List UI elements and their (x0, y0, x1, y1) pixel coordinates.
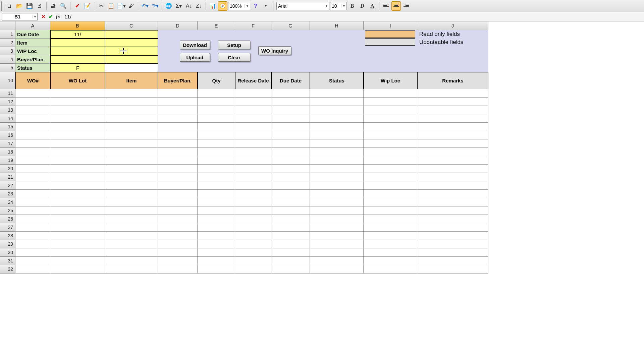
cell-J19[interactable] (417, 156, 488, 165)
cell-C31[interactable] (105, 257, 158, 265)
row-header[interactable]: 11 (0, 89, 15, 98)
cell-J3[interactable] (417, 47, 488, 55)
underline-icon[interactable]: A (368, 1, 377, 11)
cell-I28[interactable] (364, 232, 417, 240)
cell-A16[interactable] (15, 131, 50, 139)
cell-A25[interactable] (15, 206, 50, 215)
cell-I23[interactable] (364, 190, 417, 198)
redo-icon[interactable]: ↷▾ (150, 1, 160, 11)
cell-E11[interactable] (198, 89, 235, 98)
cell-G28[interactable] (271, 232, 310, 240)
row-header[interactable]: 30 (0, 248, 15, 257)
cell-G2[interactable] (271, 39, 310, 47)
hyperlink-icon[interactable]: 🌐 (164, 1, 173, 11)
font-name-dropdown-icon[interactable]: ▼ (324, 4, 329, 8)
cell-F12[interactable] (235, 98, 271, 106)
cell-I3[interactable] (364, 47, 417, 55)
cell-D22[interactable] (158, 181, 198, 190)
cell-H20[interactable] (310, 165, 364, 173)
open-icon[interactable]: 📂 (15, 1, 24, 11)
row-header[interactable]: 13 (0, 106, 15, 114)
font-size-input[interactable] (330, 3, 341, 9)
cell-E28[interactable] (198, 232, 235, 240)
name-box-dropdown-icon[interactable]: ▼ (33, 15, 37, 18)
cell-G1[interactable] (271, 30, 310, 39)
cell-J30[interactable] (417, 248, 488, 257)
row-header[interactable]: 2 (0, 39, 15, 47)
cell-E13[interactable] (198, 106, 235, 114)
cell-F28[interactable] (235, 232, 271, 240)
cell-H12[interactable] (310, 98, 364, 106)
cell-I19[interactable] (364, 156, 417, 165)
cell-C28[interactable] (105, 232, 158, 240)
cell-D28[interactable] (158, 232, 198, 240)
cell-B11[interactable] (50, 89, 105, 98)
cell-D23[interactable] (158, 190, 198, 198)
zoom-combo[interactable]: ▼ (228, 2, 250, 10)
cell-H10[interactable]: Status (310, 72, 364, 89)
cell-A32[interactable] (15, 265, 50, 274)
cell-A21[interactable] (15, 173, 50, 181)
cell-D19[interactable] (158, 156, 198, 165)
cell-G14[interactable] (271, 114, 310, 123)
cell-I24[interactable] (364, 198, 417, 206)
cell-B21[interactable] (50, 173, 105, 181)
cell-D26[interactable] (158, 215, 198, 223)
cell-F31[interactable] (235, 257, 271, 265)
cell-D5[interactable] (158, 64, 198, 72)
align-right-icon[interactable] (401, 1, 411, 11)
cell-B19[interactable] (50, 156, 105, 165)
cell-H28[interactable] (310, 232, 364, 240)
cell-E14[interactable] (198, 114, 235, 123)
row-header[interactable]: 16 (0, 131, 15, 139)
cell-A18[interactable] (15, 148, 50, 156)
row-header[interactable]: 29 (0, 240, 15, 248)
cell-J17[interactable] (417, 139, 488, 148)
row-header[interactable]: 1 (0, 30, 15, 39)
row-header[interactable]: 18 (0, 148, 15, 156)
cell-A15[interactable] (15, 123, 50, 131)
cell-C25[interactable] (105, 206, 158, 215)
cell-J22[interactable] (417, 181, 488, 190)
cell-A23[interactable] (15, 190, 50, 198)
cell-C18[interactable] (105, 148, 158, 156)
cell-D11[interactable] (158, 89, 198, 98)
cell-G13[interactable] (271, 106, 310, 114)
print-icon[interactable]: 🖶 (49, 1, 58, 11)
cell-F25[interactable] (235, 206, 271, 215)
cell-G21[interactable] (271, 173, 310, 181)
cell-I16[interactable] (364, 131, 417, 139)
cell-A31[interactable] (15, 257, 50, 265)
cell-B23[interactable] (50, 190, 105, 198)
row-header[interactable]: 15 (0, 123, 15, 131)
cell-G16[interactable] (271, 131, 310, 139)
setup-button[interactable]: Setup (218, 41, 250, 49)
cell-J28[interactable] (417, 232, 488, 240)
cell-A4[interactable]: Buyer/Plan. (15, 55, 50, 64)
cell-H11[interactable] (310, 89, 364, 98)
cell-G15[interactable] (271, 123, 310, 131)
cell-J11[interactable] (417, 89, 488, 98)
col-header-H[interactable]: H (310, 21, 364, 30)
cell-J24[interactable] (417, 198, 488, 206)
cell-C5[interactable] (105, 64, 158, 72)
align-left-icon[interactable] (381, 1, 391, 11)
cell-F18[interactable] (235, 148, 271, 156)
cell-J12[interactable] (417, 98, 488, 106)
cell-A17[interactable] (15, 139, 50, 148)
cell-H17[interactable] (310, 139, 364, 148)
cell-I18[interactable] (364, 148, 417, 156)
cell-I12[interactable] (364, 98, 417, 106)
cell-H14[interactable] (310, 114, 364, 123)
cell-G22[interactable] (271, 181, 310, 190)
cell-F32[interactable] (235, 265, 271, 274)
cell-J5[interactable] (417, 64, 488, 72)
print-preview-icon[interactable]: 🔍 (59, 1, 68, 11)
cell-J13[interactable] (417, 106, 488, 114)
cell-D20[interactable] (158, 165, 198, 173)
cell-C17[interactable] (105, 139, 158, 148)
align-center-icon[interactable] (391, 1, 401, 11)
cell-C13[interactable] (105, 106, 158, 114)
cell-G10[interactable]: Due Date (271, 72, 310, 89)
cell-D12[interactable] (158, 98, 198, 106)
